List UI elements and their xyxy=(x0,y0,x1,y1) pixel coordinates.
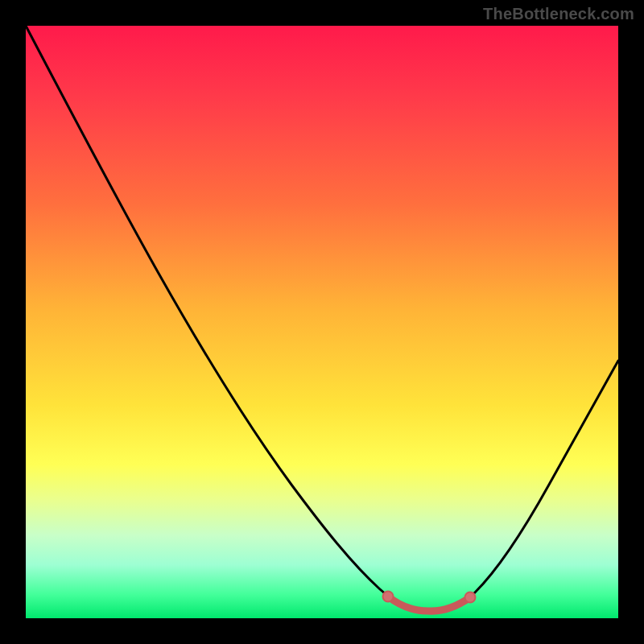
flat-region-end-dot xyxy=(465,592,476,603)
plot-area xyxy=(26,26,618,618)
flat-region-segment xyxy=(388,597,470,611)
bottleneck-curve xyxy=(26,26,618,618)
chart-frame: TheBottleneck.com xyxy=(0,0,644,644)
watermark-text: TheBottleneck.com xyxy=(483,5,634,23)
curve-path xyxy=(26,26,618,611)
flat-region-start-dot xyxy=(383,592,394,602)
